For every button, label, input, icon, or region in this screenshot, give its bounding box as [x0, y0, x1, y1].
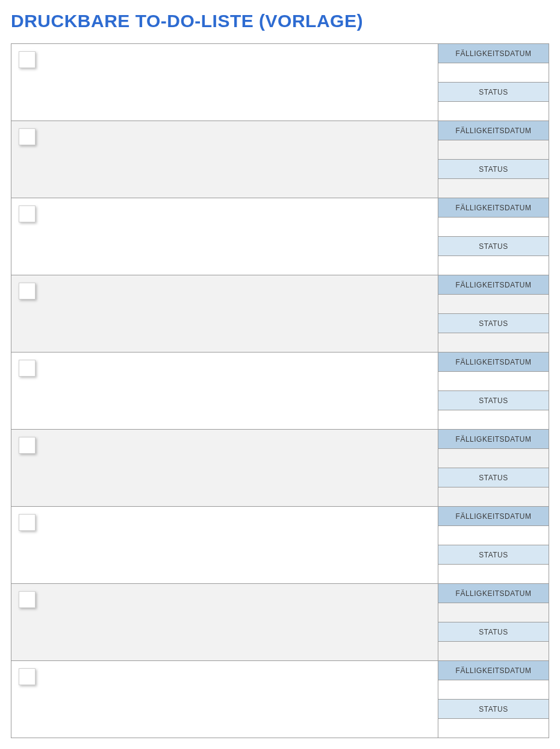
meta-column: FÄLLIGKEITSDATUM STATUS	[438, 661, 549, 738]
meta-column: FÄLLIGKEITSDATUM STATUS	[438, 275, 549, 352]
status-label: STATUS	[438, 160, 549, 179]
task-cell[interactable]	[11, 198, 438, 275]
meta-column: FÄLLIGKEITSDATUM STATUS	[438, 198, 549, 275]
task-cell[interactable]	[11, 661, 438, 738]
status-value[interactable]	[438, 565, 549, 583]
task-cell[interactable]	[11, 44, 438, 121]
task-cell[interactable]	[11, 584, 438, 660]
todo-row: FÄLLIGKEITSDATUM STATUS	[11, 507, 549, 584]
due-date-value[interactable]	[438, 63, 549, 83]
status-label: STATUS	[438, 545, 549, 565]
todo-sheet: FÄLLIGKEITSDATUM STATUS FÄLLIGKEITSDATUM…	[11, 43, 549, 738]
checkbox-icon[interactable]	[19, 668, 36, 685]
task-cell[interactable]	[11, 353, 438, 429]
status-value[interactable]	[438, 410, 549, 429]
status-value[interactable]	[438, 102, 549, 121]
checkbox-icon[interactable]	[19, 128, 36, 145]
due-date-value[interactable]	[438, 603, 549, 622]
status-label: STATUS	[438, 622, 549, 642]
due-date-label: FÄLLIGKEITSDATUM	[438, 121, 549, 140]
due-date-value[interactable]	[438, 680, 549, 700]
meta-column: FÄLLIGKEITSDATUM STATUS	[438, 44, 549, 121]
due-date-value[interactable]	[438, 449, 549, 468]
due-date-label: FÄLLIGKEITSDATUM	[438, 44, 549, 63]
checkbox-icon[interactable]	[19, 51, 36, 68]
checkbox-icon[interactable]	[19, 205, 36, 222]
todo-row: FÄLLIGKEITSDATUM STATUS	[11, 661, 549, 738]
status-label: STATUS	[438, 83, 549, 102]
todo-row: FÄLLIGKEITSDATUM STATUS	[11, 198, 549, 275]
meta-column: FÄLLIGKEITSDATUM STATUS	[438, 430, 549, 506]
meta-column: FÄLLIGKEITSDATUM STATUS	[438, 584, 549, 660]
status-value[interactable]	[438, 333, 549, 352]
due-date-label: FÄLLIGKEITSDATUM	[438, 507, 549, 526]
task-cell[interactable]	[11, 507, 438, 583]
status-label: STATUS	[438, 391, 549, 410]
status-label: STATUS	[438, 314, 549, 333]
due-date-label: FÄLLIGKEITSDATUM	[438, 275, 549, 295]
meta-column: FÄLLIGKEITSDATUM STATUS	[438, 353, 549, 429]
task-cell[interactable]	[11, 121, 438, 198]
status-value[interactable]	[438, 719, 549, 738]
due-date-label: FÄLLIGKEITSDATUM	[438, 661, 549, 680]
status-label: STATUS	[438, 700, 549, 719]
due-date-label: FÄLLIGKEITSDATUM	[438, 584, 549, 603]
status-label: STATUS	[438, 237, 549, 256]
due-date-value[interactable]	[438, 218, 549, 237]
todo-row: FÄLLIGKEITSDATUM STATUS	[11, 121, 549, 198]
due-date-label: FÄLLIGKEITSDATUM	[438, 353, 549, 372]
due-date-value[interactable]	[438, 372, 549, 391]
status-value[interactable]	[438, 179, 549, 198]
due-date-value[interactable]	[438, 526, 549, 545]
todo-row: FÄLLIGKEITSDATUM STATUS	[11, 275, 549, 353]
due-date-value[interactable]	[438, 140, 549, 160]
checkbox-icon[interactable]	[19, 591, 36, 608]
page-title: DRUCKBARE TO-DO-LISTE (VORLAGE)	[11, 11, 549, 31]
due-date-value[interactable]	[438, 295, 549, 314]
meta-column: FÄLLIGKEITSDATUM STATUS	[438, 121, 549, 198]
checkbox-icon[interactable]	[19, 514, 36, 531]
checkbox-icon[interactable]	[19, 437, 36, 454]
status-value[interactable]	[438, 642, 549, 660]
meta-column: FÄLLIGKEITSDATUM STATUS	[438, 507, 549, 583]
todo-row: FÄLLIGKEITSDATUM STATUS	[11, 584, 549, 661]
task-cell[interactable]	[11, 275, 438, 352]
status-value[interactable]	[438, 487, 549, 506]
due-date-label: FÄLLIGKEITSDATUM	[438, 198, 549, 218]
todo-row: FÄLLIGKEITSDATUM STATUS	[11, 430, 549, 507]
due-date-label: FÄLLIGKEITSDATUM	[438, 430, 549, 449]
status-value[interactable]	[438, 256, 549, 275]
task-cell[interactable]	[11, 430, 438, 506]
todo-row: FÄLLIGKEITSDATUM STATUS	[11, 353, 549, 430]
status-label: STATUS	[438, 468, 549, 487]
todo-row: FÄLLIGKEITSDATUM STATUS	[11, 44, 549, 121]
checkbox-icon[interactable]	[19, 360, 36, 377]
checkbox-icon[interactable]	[19, 283, 36, 299]
